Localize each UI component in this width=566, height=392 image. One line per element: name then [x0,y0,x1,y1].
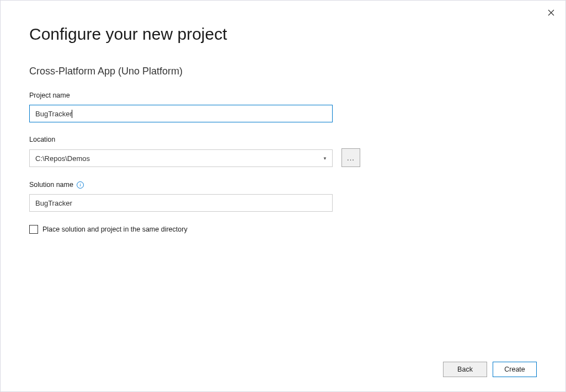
browse-button[interactable]: ... [341,148,360,167]
same-directory-label: Place solution and project in the same d… [42,225,188,233]
solution-name-label: Solution name [29,181,73,189]
dialog-footer: Back Create [443,362,537,377]
same-directory-row: Place solution and project in the same d… [29,225,537,234]
project-name-value: BugTracker [35,110,72,118]
close-button[interactable] [544,6,558,19]
back-button[interactable]: Back [443,362,487,377]
location-row: ▼ ... [29,149,537,168]
create-button[interactable]: Create [493,362,537,377]
project-name-group: Project name BugTracker [29,92,537,122]
page-title: Configure your new project [29,25,537,44]
location-input[interactable] [29,149,333,167]
text-cursor [72,110,72,118]
project-name-input[interactable]: BugTracker [29,105,333,122]
same-directory-checkbox[interactable] [29,225,38,234]
close-icon [548,9,554,16]
solution-name-input[interactable] [29,194,333,212]
solution-name-label-row: Solution name i [29,181,537,189]
solution-name-group: Solution name i [29,181,537,212]
location-combo[interactable]: ▼ [29,149,333,167]
dialog-content: Configure your new project Cross-Platfor… [1,1,565,234]
info-icon[interactable]: i [77,181,84,189]
location-label: Location [29,136,537,143]
template-name: Cross-Platform App (Uno Platform) [29,66,537,77]
project-name-label: Project name [29,92,537,99]
location-group: Location ▼ ... [29,136,537,168]
